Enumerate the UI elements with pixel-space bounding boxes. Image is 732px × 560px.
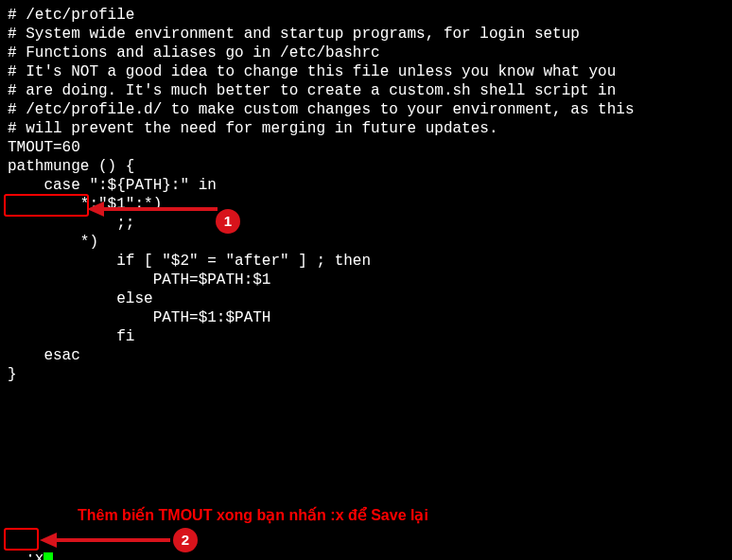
code-line: esac xyxy=(8,346,724,365)
terminal-editor[interactable]: # /etc/profile # System wide environment… xyxy=(8,6,724,384)
code-line: fi xyxy=(8,327,724,346)
code-line: # are doing. It's much better to create … xyxy=(8,81,724,100)
code-line: PATH=$1:$PATH xyxy=(8,308,724,327)
code-line: # Functions and aliases go in /etc/bashr… xyxy=(8,44,724,62)
badge-number: 1 xyxy=(224,212,232,231)
code-line: # will prevent the need for merging in f… xyxy=(8,119,724,138)
code-line: PATH=$PATH:$1 xyxy=(8,271,724,289)
code-line: else xyxy=(8,289,724,308)
code-line: TMOUT=60 xyxy=(8,138,724,157)
annotation-badge-1: 1 xyxy=(216,209,240,234)
vim-command-text: :x xyxy=(26,551,44,560)
code-line: # /etc/profile xyxy=(8,6,724,25)
code-line: *) xyxy=(8,233,724,252)
code-line: *:"$1":*) xyxy=(8,195,724,214)
badge-number: 2 xyxy=(182,531,189,550)
annotation-arrow-2 xyxy=(40,530,172,551)
code-line: } xyxy=(8,365,724,384)
code-line: ;; xyxy=(8,214,724,233)
code-line: # /etc/profile.d/ to make custom changes… xyxy=(8,100,724,119)
annotation-note: Thêm biến TMOUT xong bạn nhấn :x để Save… xyxy=(78,506,428,525)
code-line: if [ "$2" = "after" ] ; then xyxy=(8,252,724,271)
code-line: case ":${PATH}:" in xyxy=(8,176,724,195)
code-line: # System wide environment and startup pr… xyxy=(8,25,724,44)
code-line: pathmunge () { xyxy=(8,157,724,176)
cursor-icon xyxy=(44,552,53,560)
vim-command-line[interactable]: :x xyxy=(8,531,53,560)
annotation-badge-2: 2 xyxy=(173,528,198,552)
code-line: # It's NOT a good idea to change this fi… xyxy=(8,62,724,81)
